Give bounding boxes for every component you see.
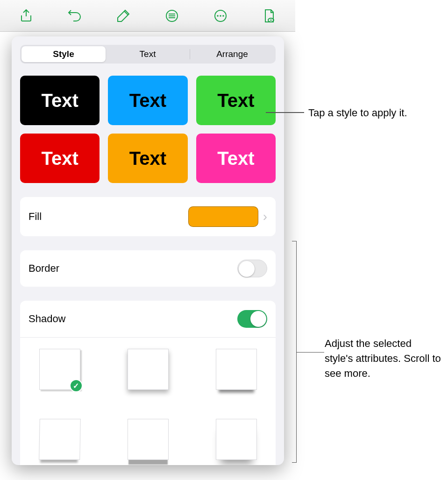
- shadow-preset[interactable]: [118, 346, 178, 393]
- callout-bracket: [292, 241, 297, 463]
- shadow-presets-grid: ✓: [20, 337, 276, 465]
- shadow-preset[interactable]: [29, 416, 90, 463]
- shadow-preview: ✓: [39, 349, 80, 390]
- fill-section: Fill ›: [20, 197, 276, 236]
- toolbar: [0, 0, 295, 32]
- callout-text: Adjust the selected style's attributes. …: [325, 338, 441, 379]
- callout-top: Tap a style to apply it.: [308, 106, 407, 120]
- tab-label: Style: [53, 49, 74, 59]
- style-presets-grid: Text Text Text Text Text Text: [20, 76, 276, 183]
- shadow-preview: [128, 419, 169, 460]
- tab-style[interactable]: Style: [21, 46, 106, 62]
- shadow-preview: [39, 419, 81, 460]
- segmented-control: Style Text Arrange: [20, 45, 276, 64]
- style-swatch[interactable]: Text: [196, 76, 276, 125]
- tab-label: Text: [140, 49, 156, 59]
- chevron-right-icon: ›: [263, 209, 267, 224]
- svg-point-4: [222, 15, 224, 17]
- callout-text: Tap a style to apply it.: [308, 107, 407, 119]
- style-swatch[interactable]: Text: [108, 76, 187, 125]
- border-row: Border: [20, 250, 276, 287]
- swatch-label: Text: [42, 90, 78, 111]
- fill-label: Fill: [28, 211, 188, 223]
- style-swatch[interactable]: Text: [108, 134, 187, 183]
- swatch-label: Text: [217, 148, 254, 169]
- format-icon[interactable]: [112, 7, 135, 25]
- style-swatch[interactable]: Text: [20, 134, 100, 183]
- style-swatch[interactable]: Text: [196, 134, 276, 183]
- swatch-label: Text: [42, 148, 78, 169]
- shadow-preview: [128, 349, 169, 390]
- undo-icon[interactable]: [64, 7, 86, 25]
- shadow-section: Shadow ✓: [20, 301, 276, 465]
- shadow-preview: [216, 349, 257, 390]
- shadow-preset[interactable]: [206, 416, 266, 463]
- tab-text[interactable]: Text: [106, 46, 190, 62]
- border-label: Border: [28, 262, 237, 275]
- shadow-row: Shadow: [20, 301, 276, 337]
- shadow-toggle[interactable]: [237, 310, 267, 328]
- border-toggle[interactable]: [237, 260, 267, 277]
- style-swatch[interactable]: Text: [20, 76, 100, 125]
- format-popover: Style Text Arrange Text Text Text Text T…: [12, 36, 284, 465]
- svg-point-3: [220, 15, 221, 17]
- insert-icon[interactable]: [161, 7, 183, 25]
- swatch-label: Text: [129, 148, 166, 169]
- shadow-preset[interactable]: [206, 346, 266, 393]
- check-icon: ✓: [70, 379, 83, 392]
- svg-point-2: [217, 15, 219, 17]
- fill-color-chip[interactable]: [188, 206, 258, 227]
- border-section: Border: [20, 250, 276, 287]
- more-icon[interactable]: [209, 7, 232, 25]
- svg-point-6: [270, 19, 271, 21]
- tab-label: Arrange: [216, 49, 248, 59]
- share-icon[interactable]: [15, 7, 37, 25]
- swatch-label: Text: [217, 90, 254, 111]
- shadow-preset[interactable]: [118, 416, 178, 463]
- callout-bottom: Adjust the selected style's attributes. …: [325, 336, 441, 381]
- document-icon[interactable]: [258, 7, 280, 25]
- tab-arrange[interactable]: Arrange: [190, 46, 274, 62]
- swatch-label: Text: [129, 90, 166, 111]
- shadow-preset[interactable]: ✓: [29, 346, 90, 393]
- fill-row[interactable]: Fill ›: [20, 197, 276, 236]
- shadow-preview: [216, 419, 257, 460]
- shadow-label: Shadow: [28, 313, 237, 325]
- callout-line: [266, 112, 304, 113]
